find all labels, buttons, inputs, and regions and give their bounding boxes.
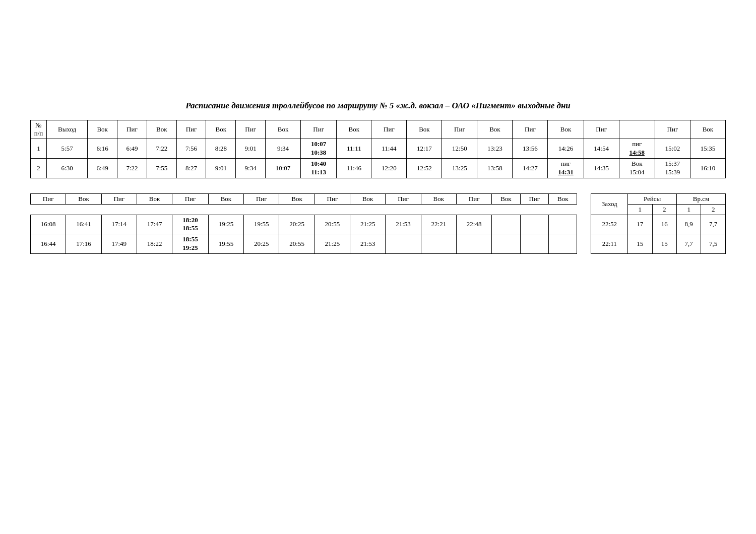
schedule-table-1: №п/п Выход Вок Пиг Вок Пиг Вок Пиг Вок П… (30, 120, 726, 178)
h2-vok-8: Вок (549, 193, 577, 204)
h2-pig-5: Пиг (314, 193, 350, 204)
table2-row-1: 16:08 16:41 17:14 17:47 18:2018:55 19:25… (31, 215, 726, 234)
t2-1-4: 17:47 (137, 215, 172, 234)
t2-2-2: 17:16 (66, 234, 101, 254)
cell-1-7: 9:34 (266, 139, 301, 159)
cell-2-16: 14:35 (584, 158, 619, 178)
t2-2-4: 18:22 (137, 234, 172, 254)
cell-1-16: 14:54 (584, 139, 619, 159)
cell-2-13: 13:58 (477, 158, 513, 178)
col-pig-9: Пиг (655, 120, 690, 139)
cell-1-17: пиг14:58 (619, 139, 655, 159)
t2-2-1: 16:44 (31, 234, 66, 254)
t2-2-spacer (577, 234, 591, 254)
t2-2-vrsm1: 7,7 (677, 234, 701, 254)
t2-2-6: 19:55 (208, 234, 243, 254)
h2-vok-6: Вок (421, 193, 456, 204)
col-vok-6: Вок (407, 120, 442, 139)
t2-2-11 (386, 234, 421, 254)
cell-1-5: 8:28 (206, 139, 236, 159)
t2-1-16 (549, 215, 577, 234)
col-vok-2: Вок (147, 120, 176, 139)
t2-2-16 (549, 234, 577, 254)
t2-1-15 (520, 215, 549, 234)
cell-2-15: пиг14:31 (548, 158, 584, 178)
h2-vok-4: Вок (279, 193, 314, 204)
table-row-2: 2 6:30 6:49 7:22 7:55 8:27 9:01 9:34 10:… (31, 158, 726, 178)
col-vyhod: Выход (47, 120, 88, 139)
cell-vyhod-2: 6:30 (47, 158, 88, 178)
h2-vok-2: Вок (137, 193, 172, 204)
col-vok-7: Вок (477, 120, 513, 139)
h2-vrsm: Вр.см (677, 193, 726, 204)
t2-1-6: 19:25 (208, 215, 243, 234)
col-pig-7: Пиг (513, 120, 548, 139)
t2-1-11: 21:53 (386, 215, 421, 234)
t2-2-7: 20:25 (244, 234, 279, 254)
t2-1-8: 20:25 (279, 215, 314, 234)
h2s-vrsm-2: 2 (701, 204, 726, 215)
t2-2-reisy1: 15 (628, 234, 652, 254)
cell-1-19: 15:35 (690, 139, 725, 159)
t2-1-reisy1: 17 (628, 215, 652, 234)
col-vok-5: Вок (337, 120, 371, 139)
t2-2-12 (421, 234, 456, 254)
cell-2-6: 9:34 (236, 158, 266, 178)
t2-1-vrsm1: 8,9 (677, 215, 701, 234)
header-row-1: №п/п Выход Вок Пиг Вок Пиг Вок Пиг Вок П… (31, 120, 726, 139)
h2-empty (577, 193, 591, 204)
cell-1-15: 14:26 (548, 139, 584, 159)
col-vok-4: Вок (266, 120, 301, 139)
cell-2-1: 6:49 (88, 158, 117, 178)
h2-vok-1: Вок (66, 193, 101, 204)
cell-2-11: 12:52 (407, 158, 442, 178)
t2-2-15 (520, 234, 549, 254)
t2-1-5: 18:2018:55 (172, 215, 209, 234)
cell-2-18: 15:3715:39 (655, 158, 690, 178)
cell-2-4: 8:27 (176, 158, 206, 178)
page-title: Расписание движения троллейбусов по марш… (30, 101, 726, 111)
h2-pig-4: Пиг (244, 193, 279, 204)
t2-1-14 (492, 215, 520, 234)
h2s-reisy-1: 1 (628, 204, 652, 215)
col-pig-2: Пиг (176, 120, 206, 139)
h2-pig-6: Пиг (386, 193, 421, 204)
col-vok-3: Вок (206, 120, 236, 139)
t2-2-zahod: 22:11 (591, 234, 628, 254)
h2-vok-3: Вок (208, 193, 243, 204)
t2-2-3: 17:49 (101, 234, 137, 254)
cell-1-2: 6:49 (117, 139, 147, 159)
cell-1-6: 9:01 (236, 139, 266, 159)
col-vok-9: Вок (690, 120, 725, 139)
h2s-vrsm-1: 1 (677, 204, 701, 215)
t2-2-vrsm2: 7,5 (701, 234, 726, 254)
header2-row: Пиг Вок Пиг Вок Пиг Вок Пиг Вок Пиг Вок … (31, 193, 726, 204)
col-pig-4: Пиг (301, 120, 337, 139)
cell-1-8: 10:0710:38 (301, 139, 337, 159)
t2-2-5: 18:5519:25 (172, 234, 209, 254)
h2s-1 (31, 204, 577, 215)
t2-2-14 (492, 234, 520, 254)
col-vok-8: Вок (548, 120, 584, 139)
t2-1-7: 19:55 (244, 215, 279, 234)
cell-1-3: 7:22 (147, 139, 176, 159)
cell-num-1: 1 (31, 139, 47, 159)
h2-pig-8: Пиг (520, 193, 549, 204)
schedule-table-2: Пиг Вок Пиг Вок Пиг Вок Пиг Вок Пиг Вок … (30, 193, 726, 254)
cell-1-1: 6:16 (88, 139, 117, 159)
table-row-1: 1 5:57 6:16 6:49 7:22 7:56 8:28 9:01 9:3… (31, 139, 726, 159)
cell-2-17: Вок15:04 (619, 158, 655, 178)
cell-1-9: 11:11 (337, 139, 371, 159)
col-empty (619, 120, 655, 139)
cell-1-11: 12:17 (407, 139, 442, 159)
t2-2-10: 21:53 (350, 234, 386, 254)
h2-vok-7: Вок (492, 193, 520, 204)
h2-vok-5: Вок (350, 193, 386, 204)
cell-1-4: 7:56 (176, 139, 206, 159)
cell-num-2: 2 (31, 158, 47, 178)
col-pig-3: Пиг (236, 120, 266, 139)
cell-2-8: 10:4011:13 (301, 158, 337, 178)
cell-2-3: 7:55 (147, 158, 176, 178)
t2-2-8: 20:55 (279, 234, 314, 254)
cell-1-18: 15:02 (655, 139, 690, 159)
